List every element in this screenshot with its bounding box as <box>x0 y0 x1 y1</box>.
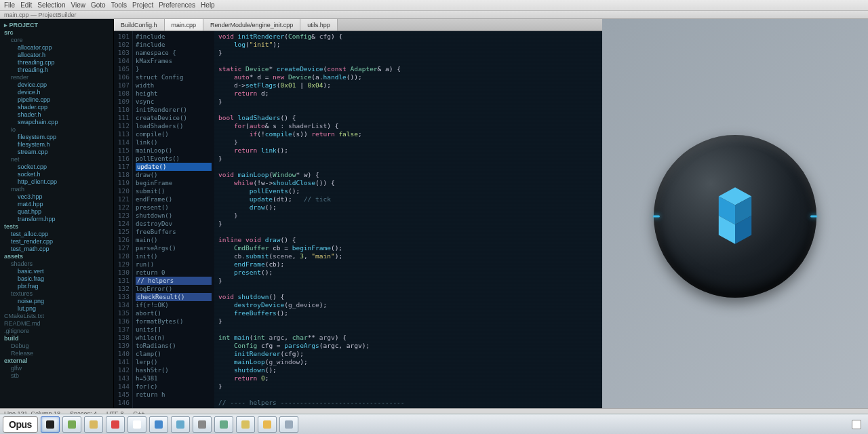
paint-icon[interactable] <box>127 416 146 433</box>
messenger-icon[interactable] <box>193 416 212 433</box>
menu-tools[interactable]: Tools <box>111 1 127 9</box>
tree-item[interactable]: math <box>1 186 112 193</box>
outline-symbol[interactable]: width <box>136 81 212 90</box>
files-icon[interactable] <box>84 416 103 433</box>
outline-symbol[interactable]: init() <box>136 252 212 260</box>
menu-goto[interactable]: Goto <box>91 1 106 9</box>
folders-icon[interactable] <box>258 416 277 433</box>
menu-selection[interactable]: Selection <box>37 1 65 9</box>
tree-item[interactable]: shaders <box>1 260 112 268</box>
outline-symbol[interactable]: height <box>136 90 212 98</box>
tree-item[interactable]: shader.h <box>1 111 112 119</box>
code-editor[interactable]: 1011021031041051061071081091101111121131… <box>114 31 602 414</box>
tree-item[interactable]: threading.h <box>1 66 112 74</box>
outline-symbol[interactable]: mainLoop() <box>136 146 212 155</box>
outline-symbol[interactable]: loadShaders() <box>136 122 212 130</box>
outline-symbol[interactable]: struct Config <box>136 73 212 81</box>
tree-item[interactable]: render <box>1 74 112 81</box>
tree-item[interactable]: pbr.frag <box>1 283 112 290</box>
tree-item[interactable]: src <box>1 29 112 37</box>
tree-item[interactable]: swapchain.cpp <box>1 119 112 126</box>
file-tree-sidebar[interactable]: ▸ PROJECTsrccoreallocator.cppallocator.h… <box>0 19 114 414</box>
symbol-outline[interactable]: #include#includenamespace { kMaxFrames}s… <box>133 31 214 414</box>
outline-symbol[interactable]: // helpers <box>136 277 212 285</box>
tree-item[interactable]: filesystem.cpp <box>1 134 112 141</box>
outline-symbol[interactable]: submit() <box>136 187 212 195</box>
tree-item[interactable]: basic.vert <box>1 268 112 275</box>
outline-symbol[interactable]: while(n) <box>136 334 212 342</box>
tree-item[interactable]: textures <box>1 290 112 298</box>
outline-symbol[interactable]: initRenderer() <box>136 106 212 114</box>
tree-item[interactable]: stb <box>1 372 112 380</box>
tree-item[interactable]: allocator.h <box>1 52 112 59</box>
code-area[interactable]: void initRenderer(Config& cfg) { log("in… <box>214 31 602 414</box>
globe-icon[interactable] <box>171 416 190 433</box>
outline-symbol[interactable]: shutdown() <box>136 212 212 220</box>
tree-item[interactable]: threading.cpp <box>1 59 112 66</box>
editor-tab[interactable]: RenderModule/engine_init.cpp <box>203 19 300 31</box>
outline-symbol[interactable]: run() <box>136 260 212 269</box>
outline-symbol[interactable]: checkResult() <box>136 293 212 301</box>
tree-item[interactable]: tests <box>1 223 112 231</box>
outline-symbol[interactable]: freeBuffers <box>136 228 212 236</box>
system-tray[interactable] <box>848 416 865 433</box>
tree-item[interactable]: Debug <box>1 342 112 350</box>
outline-symbol[interactable]: vsync <box>136 98 212 106</box>
outline-symbol[interactable]: main() <box>136 236 212 244</box>
menu-edit[interactable]: Edit <box>20 1 32 9</box>
outline-symbol[interactable]: beginFrame <box>136 179 212 187</box>
outline-symbol[interactable]: lerp() <box>136 358 212 366</box>
tree-item[interactable]: stream.cpp <box>1 149 112 156</box>
outline-symbol[interactable]: return 0 <box>136 269 212 277</box>
outline-symbol[interactable]: logError() <box>136 285 212 293</box>
tree-item[interactable]: ▸ PROJECT <box>1 22 112 29</box>
tree-item[interactable]: glfw <box>1 365 112 372</box>
tree-item[interactable]: vec3.hpp <box>1 193 112 201</box>
tree-item[interactable]: build <box>1 335 112 342</box>
tree-item[interactable]: socket.cpp <box>1 163 112 171</box>
editor-tab[interactable]: BuildConfig.h <box>114 19 165 31</box>
outline-symbol[interactable]: if(r!=OK) <box>136 301 212 309</box>
tree-item[interactable]: transform.hpp <box>1 216 112 223</box>
tree-item[interactable]: device.h <box>1 89 112 96</box>
outline-symbol[interactable]: clamp() <box>136 350 212 358</box>
outline-symbol[interactable]: link() <box>136 138 212 146</box>
tree-item[interactable]: basic.frag <box>1 275 112 283</box>
outline-symbol[interactable]: parseArgs() <box>136 244 212 252</box>
outline-symbol[interactable]: #include <box>136 41 212 49</box>
menu-project[interactable]: Project <box>132 1 153 9</box>
tree-item[interactable]: assets <box>1 253 112 260</box>
tree-item[interactable]: test_math.cpp <box>1 245 112 253</box>
tree-item[interactable]: io <box>1 126 112 134</box>
chat-icon[interactable] <box>149 416 168 433</box>
editor-tab[interactable]: utils.hpp <box>300 19 338 31</box>
launcher-icon[interactable] <box>41 416 60 433</box>
terminal-icon[interactable] <box>236 416 255 433</box>
outline-symbol[interactable]: pollEvents() <box>136 155 212 163</box>
editor-icon[interactable] <box>279 416 298 433</box>
tree-item[interactable]: shader.cpp <box>1 104 112 111</box>
outline-symbol[interactable]: } <box>136 65 212 73</box>
tree-item[interactable]: README.md <box>1 320 112 328</box>
outline-symbol[interactable]: present() <box>136 203 212 212</box>
tray-icon[interactable] <box>852 420 861 429</box>
tree-item[interactable]: mat4.hpp <box>1 201 112 208</box>
tree-item[interactable]: net <box>1 156 112 163</box>
menu-help[interactable]: Help <box>201 1 215 9</box>
outline-symbol[interactable]: destroyDev <box>136 220 212 228</box>
tree-item[interactable]: CMakeLists.txt <box>1 313 112 320</box>
outline-symbol[interactable]: formatBytes() <box>136 317 212 326</box>
tree-item[interactable]: quat.hpp <box>1 208 112 216</box>
tree-item[interactable]: core <box>1 37 112 44</box>
editor-tab[interactable]: main.cpp <box>165 19 204 31</box>
tree-item[interactable]: device.cpp <box>1 81 112 89</box>
outline-symbol[interactable]: toRadians() <box>136 342 212 350</box>
menu-view[interactable]: View <box>71 1 86 9</box>
tree-item[interactable]: .gitignore <box>1 328 112 335</box>
outline-symbol[interactable]: h=5381 <box>136 374 212 382</box>
tree-item[interactable]: test_render.cpp <box>1 238 112 245</box>
outline-symbol[interactable]: kMaxFrames <box>136 57 212 65</box>
start-button[interactable]: Opus <box>3 416 38 433</box>
tree-item[interactable]: allocator.cpp <box>1 44 112 52</box>
tree-item[interactable]: Release <box>1 350 112 357</box>
